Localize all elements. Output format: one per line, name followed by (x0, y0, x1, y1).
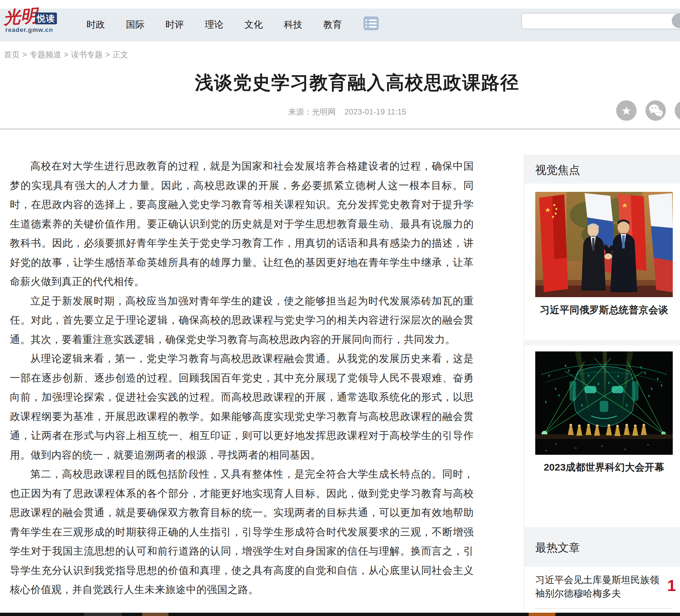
breadcrumb-separator: > (105, 50, 110, 59)
breadcrumb: 首页 > 专题频道 > 读书专题 > 正文 (4, 49, 128, 60)
search-input[interactable] (525, 15, 664, 28)
breadcrumb-separator: > (64, 50, 68, 59)
page: 光明 悦读 reader.gmw.cn 时政 国际 时评 理论 文化 科技 教育… (0, 0, 680, 616)
visual-focus-caption-2[interactable]: 2023成都世界科幻大会开幕 (535, 461, 673, 474)
visual-focus-photo-scifi[interactable] (535, 352, 673, 455)
article-meta: 来源：光明网 2023-01-19 11:15 (34, 107, 660, 117)
weibo-share-icon[interactable] (675, 101, 680, 121)
article-paragraph: 从理论逻辑来看，第一，党史学习教育与高校思政课程融会贯通。从我党的发展历史来看，… (10, 349, 474, 465)
article-body: 高校在对大学生进行思政教育的过程，就是为国家和社会发展培养合格建设者的过程，确保… (10, 157, 474, 599)
article-paragraph: 第二，高校思政课程目的既包括阶段性，又具有整体性，是完全符合大学生成长特点的。同… (10, 465, 474, 599)
article-paragraph: 高校在对大学生进行思政教育的过程，就是为国家和社会发展培养合格建设者的过程，确保… (10, 157, 474, 291)
nav-item-guoji[interactable]: 国际 (126, 19, 144, 31)
nav-item-lilun[interactable]: 理论 (205, 19, 223, 31)
wechat-share-icon[interactable] (646, 101, 666, 121)
xi-putin-handshake-image (535, 192, 673, 297)
article-title: 浅谈党史学习教育融入高校思政课路径 (34, 71, 680, 95)
nav-item-shiping[interactable]: 时评 (166, 19, 184, 31)
breadcrumb-separator: > (22, 50, 27, 59)
visual-focus-caption-1[interactable]: 习近平同俄罗斯总统普京会谈 (535, 303, 673, 317)
qzone-share-icon[interactable]: ★ (616, 101, 636, 121)
article-paragraph: 立足于新发展时期，高校应当加强对青年学生的建设，使之能够担当起为时代发展添砖加瓦… (10, 291, 474, 349)
hot-articles-header: 最热文章 (525, 527, 680, 567)
hot-article-divider (535, 609, 672, 609)
article-source: 来源：光明网 (288, 107, 336, 116)
bottom-content-strip (0, 613, 680, 616)
main-nav: 时政 国际 时评 理论 文化 科技 教育 (87, 19, 342, 31)
nav-item-jiaoyu[interactable]: 教育 (323, 19, 342, 31)
sidebar-section-separator (525, 340, 680, 345)
visual-focus-title: 视觉焦点 (535, 163, 580, 178)
visual-focus-photo-xi-putin[interactable] (535, 192, 673, 297)
qzone-star-icon: ★ (616, 101, 636, 121)
share-buttons: ★ (616, 101, 680, 121)
hot-article-item-1[interactable]: 习近平会见土库曼斯坦民族领袖别尔德穆哈梅多夫 (535, 573, 660, 600)
site-logo-badge[interactable]: 悦读 (35, 12, 57, 24)
wechat-bubbles-icon (646, 101, 666, 121)
visual-focus-header: 视觉焦点 (525, 155, 680, 184)
menu-list-icon[interactable] (364, 17, 379, 30)
article-datetime: 2023-01-19 11:15 (344, 107, 406, 116)
menu-icon-row (366, 20, 377, 21)
breadcrumb-home[interactable]: 首页 (4, 49, 20, 60)
hot-article-rank-1: 1 (667, 577, 676, 595)
search-box (521, 13, 680, 29)
site-logo-script[interactable]: 光明 (3, 7, 38, 26)
nav-item-wenhua[interactable]: 文化 (245, 19, 263, 31)
site-logo-domain[interactable]: reader.gmw.cn (5, 26, 53, 33)
breadcrumb-topic[interactable]: 读书专题 (71, 49, 103, 60)
nav-item-shizheng[interactable]: 时政 (87, 19, 105, 31)
hot-articles-title: 最热文章 (535, 540, 580, 556)
breadcrumb-channel[interactable]: 专题频道 (30, 49, 61, 60)
nav-item-keji[interactable]: 科技 (284, 19, 302, 31)
scifi-stage-image (535, 352, 673, 455)
header-divider (0, 129, 680, 129)
menu-icon-row (366, 23, 377, 24)
breadcrumb-current: 正文 (113, 49, 128, 60)
menu-icon-row (366, 26, 377, 28)
sidebar-divider-line (524, 155, 524, 612)
